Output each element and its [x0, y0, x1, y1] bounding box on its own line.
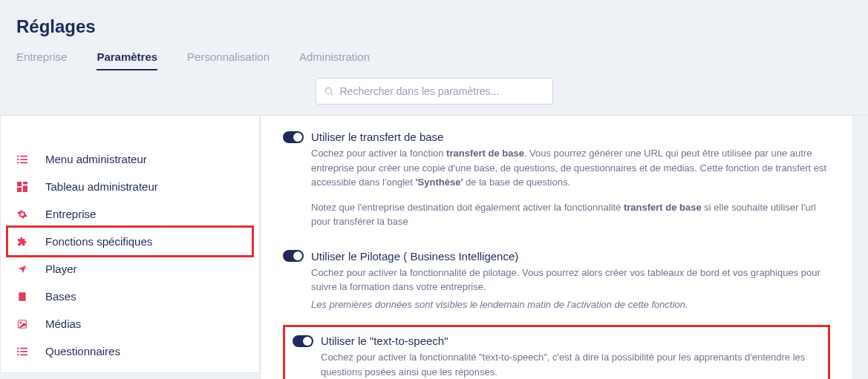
search-input[interactable]	[340, 85, 545, 97]
setting-pilotage: Utiliser le Pilotage ( Business Intellig…	[283, 243, 830, 326]
toggle-tts[interactable]	[293, 335, 313, 347]
svg-rect-11	[23, 185, 27, 192]
sidebar-item-player[interactable]: Player	[8, 255, 252, 283]
toggle-pilotage[interactable]	[283, 250, 304, 262]
book-icon	[16, 291, 29, 302]
sidebar-item-label: Entreprise	[45, 208, 96, 220]
sidebar-item-menu-admin[interactable]: Menu administrateur	[8, 145, 252, 173]
tab-administration[interactable]: Administration	[299, 50, 370, 70]
sidebar-item-label: Médias	[45, 317, 81, 330]
setting-transfert: Utiliser le transfert de base Cochez pou…	[283, 123, 830, 243]
sidebar-item-medias[interactable]: Médias	[8, 310, 252, 337]
sidebar-item-entreprise[interactable]: Entreprise	[8, 200, 252, 228]
svg-rect-7	[20, 162, 27, 163]
setting-title: Utiliser le transfert de base	[311, 131, 443, 143]
svg-rect-14	[17, 347, 19, 349]
tab-parametres[interactable]: Paramètres	[97, 50, 157, 70]
svg-point-13	[20, 322, 22, 323]
svg-rect-8	[17, 182, 22, 186]
search-container	[0, 70, 868, 115]
image-icon	[16, 319, 29, 329]
list-icon	[16, 154, 29, 165]
dashboard-icon	[16, 182, 29, 192]
sidebar-item-fonctions[interactable]: Fonctions spécifiques	[8, 228, 252, 255]
setting-title: Utiliser le Pilotage ( Business Intellig…	[311, 250, 518, 263]
setting-tts: Utiliser le "text-to-speech" Cochez pour…	[283, 325, 830, 379]
setting-desc: Cochez pour activer la fonction transfer…	[311, 146, 830, 190]
page-title: Réglages	[0, 0, 868, 50]
sidebar-item-label: Menu administrateur	[45, 153, 147, 165]
svg-rect-10	[17, 187, 22, 191]
svg-line-1	[330, 93, 333, 96]
tab-entreprise[interactable]: Entreprise	[16, 50, 67, 70]
tabs-nav: Entreprise Paramètres Personnalisation A…	[0, 50, 868, 70]
list-ol-icon	[16, 346, 29, 357]
setting-desc-note: Notez que l'entreprise destination doit …	[311, 200, 830, 229]
tab-personnalisation[interactable]: Personnalisation	[187, 50, 270, 70]
svg-rect-6	[17, 162, 19, 163]
gear-icon	[16, 209, 29, 220]
sidebar: Menu administrateur Tableau administrate…	[0, 116, 260, 373]
svg-rect-3	[20, 155, 27, 156]
setting-desc-note: Les premières données sont visibles le l…	[311, 297, 830, 312]
sidebar-item-label: Tableau administrateur	[45, 180, 158, 193]
svg-rect-16	[17, 351, 19, 352]
setting-desc: Cochez pour activer la fonctionnalité de…	[311, 266, 830, 294]
settings-content: Utiliser le transfert de base Cochez pou…	[260, 116, 853, 379]
svg-rect-2	[17, 155, 19, 156]
puzzle-icon	[16, 237, 29, 247]
svg-rect-9	[23, 182, 27, 185]
svg-rect-18	[17, 354, 19, 355]
setting-desc: Cochez pour activer la fonctionnalité "t…	[321, 350, 820, 379]
sidebar-item-bases[interactable]: Bases	[8, 283, 252, 310]
svg-rect-19	[20, 354, 27, 355]
svg-rect-5	[20, 159, 27, 160]
svg-point-0	[325, 88, 331, 93]
sidebar-item-questionnaires[interactable]: Questionnaires	[8, 337, 252, 365]
sidebar-item-label: Fonctions spécifiques	[45, 235, 152, 248]
toggle-transfert[interactable]	[283, 131, 304, 143]
sidebar-item-label: Questionnaires	[45, 345, 120, 357]
svg-rect-4	[17, 159, 19, 160]
sidebar-item-label: Bases	[45, 290, 76, 303]
svg-rect-15	[20, 347, 27, 349]
sidebar-item-tableau-admin[interactable]: Tableau administrateur	[8, 173, 252, 200]
svg-rect-17	[20, 351, 27, 352]
search-box[interactable]	[316, 78, 553, 105]
location-arrow-icon	[16, 264, 29, 274]
setting-title: Utiliser le "text-to-speech"	[321, 334, 448, 347]
search-icon	[324, 86, 334, 96]
sidebar-item-label: Player	[45, 263, 77, 275]
